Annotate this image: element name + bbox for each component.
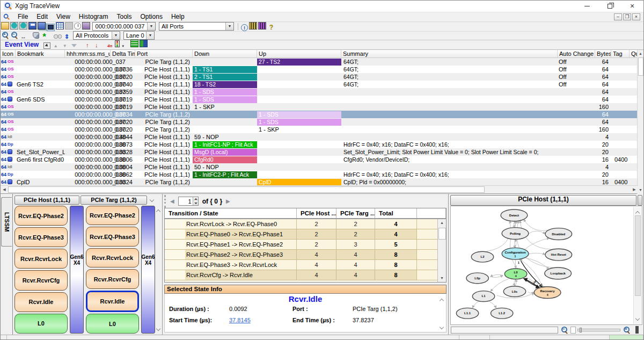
event-table-header[interactable]: IconBookmarkhhh:mm:ss.ms_usDelta TimePor… xyxy=(1,50,638,58)
import-trace-icon[interactable] xyxy=(10,22,18,30)
mdi-restore-button[interactable]: ❐ xyxy=(623,13,631,20)
ltssm-state-diagram[interactable]: DetectPollingDisabledL2Configuration1Hot… xyxy=(450,206,642,325)
column-header[interactable]: PCIe Host ... xyxy=(297,208,336,218)
bookmark-icon[interactable] xyxy=(8,82,12,86)
event-bar[interactable]: 1 - SDS xyxy=(257,111,341,118)
column-header-port[interactable]: Port xyxy=(135,50,193,57)
column-header-up[interactable]: Up xyxy=(257,50,341,57)
menu-histogram[interactable]: Histogram xyxy=(75,13,113,20)
next-event-icon[interactable]: ▼ xyxy=(61,42,69,50)
table-row[interactable]: 64OS000:00:00.000_0370.0020PCIe Targ (1,… xyxy=(1,118,638,126)
column-header-hhh-mm-ss-ms-us[interactable]: hhh:mm:ss.ms_us xyxy=(65,50,111,57)
zoom-in-icon[interactable]: + xyxy=(1,31,9,39)
jump-previous-icon[interactable]: ↑ xyxy=(83,41,91,49)
transition-row[interactable]: Rcvr.EQ-Phase0 -> Rcvr.EQ-Phase1224 xyxy=(165,229,437,240)
ltssm-target-header[interactable]: PCIe Targ (1,1,2) xyxy=(80,196,147,205)
ltssm-state-rcvr-idle[interactable]: Rcvr.Idle xyxy=(14,292,68,312)
diagram-node-l1[interactable]: L1 xyxy=(472,291,494,302)
diagram-node-l0[interactable]: L04 xyxy=(504,269,526,279)
report-view-icon[interactable] xyxy=(56,22,64,30)
event-bar[interactable]: 1 - TS1 xyxy=(193,66,257,73)
ltssm-host-header[interactable]: PCIe Host (1,1,1) xyxy=(14,196,79,205)
bookmark-icon[interactable] xyxy=(8,149,12,154)
table-row[interactable]: 64OS000:00:00.000_0370.0036PCIe Host (1,… xyxy=(1,66,638,73)
diagram-node-loopback[interactable]: Loopback xyxy=(545,267,572,279)
column-header-down[interactable]: Down xyxy=(193,50,257,57)
menu-options[interactable]: Options xyxy=(136,13,167,20)
table-row[interactable]: 64Idl000:00:00.000_0380.4044PCIe Host (1… xyxy=(1,133,638,141)
scrollbar-thumb[interactable] xyxy=(570,327,576,334)
scroll-down-icon[interactable]: ▼ xyxy=(438,274,446,282)
ltssm-tab[interactable]: LTSSM xyxy=(1,197,12,247)
column-header[interactable]: Total xyxy=(375,208,417,218)
event-bar[interactable]: 1 - InitFC1-NP ; Flit Ack xyxy=(193,141,257,148)
diagram-horizontal-scrollbar[interactable] xyxy=(451,327,558,334)
column-header[interactable]: PCIe Targ ... xyxy=(336,208,375,218)
table-row[interactable]: 64Dp000:00:00.000_0380.0062PCIe Host (1,… xyxy=(1,171,638,178)
ltssm-state-l0[interactable]: L0 xyxy=(86,314,139,334)
error-report-icon[interactable] xyxy=(258,22,266,30)
zoom-fit-icon[interactable] xyxy=(19,33,27,40)
mdi-close-button[interactable]: × xyxy=(632,13,640,20)
diagram-next-tab[interactable] xyxy=(638,195,642,206)
table-row[interactable]: 64OS000:00:00.000_0370.0019PCIe Host (1,… xyxy=(1,103,638,111)
diagram-node-l0s[interactable]: L0s xyxy=(503,286,525,297)
diagram-node-recovery[interactable]: Recovery4 xyxy=(534,287,561,299)
scroll-up-icon[interactable]: ▲ xyxy=(638,50,643,57)
ltssm-state-rcvr-rcvrcfg[interactable]: Rcvr.RcvrCfg xyxy=(14,270,68,290)
diagram-vertical-scrollbar[interactable] xyxy=(633,207,641,324)
scroll-left-icon[interactable]: ◀ xyxy=(1,186,8,193)
scroll-up-icon[interactable]: ▲ xyxy=(438,219,446,227)
diagram-node-l2[interactable]: L2 xyxy=(471,251,493,262)
ltssm-state-rcvr-rcvrlock[interactable]: Rcvr.RcvrLock xyxy=(14,249,68,269)
tag-icon[interactable] xyxy=(33,32,39,39)
chevron-down-icon[interactable]: ▼ xyxy=(112,32,120,39)
event-bar[interactable]: 1 - InitFC2-P ; Flit Ack xyxy=(193,171,257,178)
transitions-scrollbar[interactable]: ▲ ▼ xyxy=(437,219,446,282)
column-header-summary[interactable]: Summary xyxy=(341,50,558,57)
bus-utilization-icon[interactable] xyxy=(249,22,257,30)
start-time-link[interactable]: 37.8145 xyxy=(229,317,292,323)
scrollbar-thumb[interactable] xyxy=(438,228,446,240)
diagram-node-polling[interactable]: Polling xyxy=(502,228,529,240)
table-row[interactable]: 64Gen6 TS2000:00:00.000_0370.0040PCIe Ho… xyxy=(1,81,638,88)
protocols-combo[interactable]: All Protocols ▼ xyxy=(73,31,120,40)
zoom-in-icon[interactable]: + xyxy=(623,326,631,334)
table-row[interactable]: 64CplD000:00:00.000_0380.0324PCIe Targ (… xyxy=(1,178,638,186)
menu-tools[interactable]: Tools xyxy=(113,13,136,20)
chevron-down-icon[interactable]: ▼ xyxy=(146,32,154,39)
transition-row[interactable]: Rcvr.EQ-Phase1 -> Rcvr.EQ-Phase2235 xyxy=(165,240,437,250)
diagram-port-header[interactable]: PCIe Host (1,1,1) xyxy=(450,195,636,206)
export-trace-icon[interactable] xyxy=(19,22,27,30)
prev-event-icon[interactable]: ▲ xyxy=(52,42,60,50)
menu-edit[interactable]: Edit xyxy=(32,13,52,20)
menu-view[interactable]: View xyxy=(52,13,75,20)
ltssm-state-rcvr-rcvrcfg[interactable]: Rcvr.RcvrCfg xyxy=(86,269,139,289)
diagram-node-disabled[interactable]: Disabled xyxy=(545,228,572,240)
page-next-icon[interactable]: ▶ xyxy=(226,198,230,204)
scroll-right-icon[interactable]: ▶ xyxy=(631,186,638,193)
page-previous-icon[interactable]: ◀ xyxy=(170,198,174,204)
event-bar[interactable]: 18 - TS2 xyxy=(193,81,257,88)
ltssm-state-rcvr-eq-phase3[interactable]: Rcvr.EQ-Phase3 xyxy=(86,227,139,247)
field-decode-icon[interactable] xyxy=(130,40,138,47)
chevron-down-icon[interactable]: ▼ xyxy=(147,23,155,30)
search-icon[interactable] xyxy=(54,33,62,40)
column-header[interactable]: Transition / State xyxy=(165,208,297,218)
scroll-down-icon[interactable] xyxy=(636,315,639,321)
column-header-auto-change[interactable]: Auto Change xyxy=(558,50,595,57)
table-row[interactable]: 64OS000:00:00.000_037PCIe Targ (1,1,2)27… xyxy=(1,58,638,66)
table-row[interactable]: 64Gen6 SDS000:00:00.000_0370.0019PCIe Ho… xyxy=(1,96,638,103)
zoom-out-icon[interactable]: − xyxy=(10,31,18,39)
jump-next-icon[interactable]: ↓ xyxy=(92,41,100,49)
event-bar[interactable]: CfgRd0 xyxy=(193,156,257,163)
chevron-down-icon[interactable] xyxy=(148,196,156,205)
capture-icon[interactable] xyxy=(82,22,90,30)
ltssm-state-rcvr-eq-phase2[interactable]: Rcvr.EQ-Phase2 xyxy=(86,206,139,226)
time-unit-icon[interactable] xyxy=(106,42,114,50)
table-row[interactable]: 64OS000:00:00.000_0370.0359PCIe Host (1,… xyxy=(1,88,638,96)
trace-view-icon[interactable] xyxy=(47,24,55,31)
diagram-node-l1-1[interactable]: L1.1 xyxy=(456,308,478,319)
event-bar[interactable]: CplD xyxy=(257,179,341,186)
table-row[interactable]: 64Gen6 first CfgRd0000:00:00.000_0380.00… xyxy=(1,156,638,163)
